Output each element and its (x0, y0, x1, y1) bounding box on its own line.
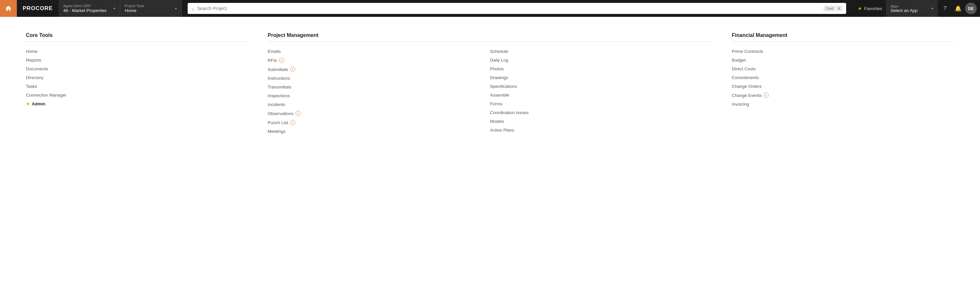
plus-icon[interactable]: + (296, 111, 301, 116)
project-management-columns: EmailsRFIs +Submittals +InstructionsTran… (268, 47, 712, 136)
star-icon: ★ (858, 6, 862, 11)
project-tools-selector[interactable]: Project Tools Home ▾ (120, 0, 182, 17)
plus-icon[interactable]: + (764, 93, 769, 98)
user-avatar[interactable]: DE (965, 3, 977, 14)
pm-col1-item[interactable]: Observations + (268, 109, 490, 118)
erp-label: Agave Demo ERP (63, 4, 111, 8)
menu-item-label: Budget (732, 58, 746, 62)
search-bar[interactable]: ⌕ Cmd K (188, 3, 846, 14)
menu-item-label: Action Plans (490, 128, 514, 132)
menu-item-label: Photos (490, 67, 504, 71)
financial-item[interactable]: Prime Contracts (732, 47, 954, 56)
menu-item-label: Commitments (732, 75, 759, 80)
pm-col1-item[interactable]: Inspections (268, 91, 490, 100)
pm-col2-item[interactable]: Coordination Issues (490, 108, 712, 117)
top-navigation: PROCORE Agave Demo ERP 46 - Market Prope… (0, 0, 980, 17)
core-tools-item[interactable]: Tasks (26, 82, 248, 91)
menu-item-label: Reports (26, 58, 41, 62)
pm-col1-item[interactable]: Instructions (268, 74, 490, 83)
pm-col2-item[interactable]: Schedule (490, 47, 712, 56)
project-tools-value: Home (125, 8, 172, 13)
pm-col1-item[interactable]: Emails (268, 47, 490, 56)
plus-icon[interactable]: + (290, 67, 295, 72)
menu-item-label: Observations (268, 111, 294, 116)
apps-selector[interactable]: Apps Select an App ▾ (886, 0, 938, 17)
financial-item[interactable]: Invoicing (732, 100, 954, 108)
pm-col2-item[interactable]: Drawings (490, 73, 712, 82)
financial-item[interactable]: Commitments (732, 73, 954, 82)
project-management-section: Project Management EmailsRFIs +Submittal… (268, 32, 732, 136)
menu-item-label: Tasks (26, 84, 37, 89)
menu-item-label: Connection Manager (26, 93, 67, 97)
financial-item[interactable]: Change Orders (732, 82, 954, 91)
menu-item-label: Models (490, 119, 504, 124)
home-icon (5, 5, 12, 12)
pm-col2-item[interactable]: Specifications (490, 82, 712, 91)
apps-chevron-icon: ▾ (931, 6, 933, 11)
help-button[interactable]: ? (939, 3, 951, 14)
menu-item-label: Emails (268, 49, 281, 54)
apps-value: Select an App (891, 8, 929, 13)
erp-selector[interactable]: Agave Demo ERP 46 - Market Properties ▾ (59, 0, 120, 17)
menu-item-label: Drawings (490, 75, 508, 80)
menu-item-label: Submittals (268, 67, 288, 72)
core-tools-item[interactable]: Directory (26, 73, 248, 82)
menu-item-label: Invoicing (732, 102, 749, 106)
project-tools-label: Project Tools (125, 4, 172, 8)
financial-management-list: Prime ContractsBudgetDirect CostsCommitm… (732, 47, 954, 108)
pm-col2-item[interactable]: Models (490, 117, 712, 126)
pm-col1-item[interactable]: Submittals + (268, 65, 490, 74)
menu-item-label: Documents (26, 67, 48, 71)
menu-item-label: Directory (26, 75, 43, 80)
home-button[interactable] (0, 0, 17, 17)
menu-item-label: Instructions (268, 76, 290, 81)
financial-item[interactable]: Change Events + (732, 91, 954, 100)
pm-col1-item[interactable]: RFIs + (268, 56, 490, 65)
k-key: K (836, 6, 842, 11)
pm-col1-item[interactable]: Meetings (268, 127, 490, 136)
plus-icon[interactable]: + (279, 58, 284, 63)
nav-right-actions: ★ Favorites Apps Select an App ▾ ? 🔔 DE (852, 0, 980, 17)
financial-management-title: Financial Management (732, 32, 954, 42)
menu-item-label: Punch List (268, 120, 288, 125)
menu-item-label: Inspections (268, 93, 290, 98)
pm-col2-item[interactable]: Assemble (490, 91, 712, 100)
menu-item-label: Change Orders (732, 84, 762, 89)
core-tools-item[interactable]: Home (26, 47, 248, 56)
core-tools-item[interactable]: ★Admin (26, 100, 248, 108)
menu-item-label: Coordination Issues (490, 110, 528, 115)
erp-value: 46 - Market Properties (63, 8, 111, 13)
core-tools-item[interactable]: Connection Manager (26, 91, 248, 100)
logo-text: PROCORE (23, 5, 53, 12)
main-content: Core Tools HomeReportsDocumentsDirectory… (0, 17, 980, 151)
core-tools-item[interactable]: Documents (26, 65, 248, 73)
core-tools-item[interactable]: Reports (26, 56, 248, 65)
menu-item-label: Incidents (268, 102, 285, 107)
pm-col1-item[interactable]: Punch List + (268, 118, 490, 127)
financial-item[interactable]: Budget (732, 56, 954, 65)
apps-label: Apps (891, 4, 929, 8)
pm-col2-item[interactable]: Action Plans (490, 126, 712, 135)
core-tools-section: Core Tools HomeReportsDocumentsDirectory… (26, 32, 268, 136)
pm-col1-item[interactable]: Transmittals (268, 83, 490, 91)
pm-col2-item[interactable]: Daily Log (490, 56, 712, 65)
menu-item-label: Forms (490, 102, 502, 106)
financial-item[interactable]: Direct Costs (732, 65, 954, 73)
pm-col2-item[interactable]: Forms (490, 100, 712, 108)
plus-icon[interactable]: + (290, 120, 295, 125)
erp-chevron-icon: ▾ (113, 6, 115, 11)
menu-item-label: Admin (32, 102, 45, 106)
notifications-button[interactable]: 🔔 (952, 3, 964, 14)
menu-item-label: Home (26, 49, 38, 54)
project-management-title: Project Management (268, 32, 712, 42)
menu-item-label: Specifications (490, 84, 517, 89)
search-input[interactable] (197, 6, 824, 11)
core-tools-title: Core Tools (26, 32, 248, 42)
menu-item-label: Schedule (490, 49, 508, 54)
project-management-col2: ScheduleDaily LogPhotosDrawingsSpecifica… (490, 47, 712, 136)
pm-col2-item[interactable]: Photos (490, 65, 712, 73)
logo-area: PROCORE (17, 5, 59, 12)
pm-col1-item[interactable]: Incidents (268, 100, 490, 109)
favorites-button[interactable]: ★ Favorites (855, 6, 885, 11)
menu-item-label: RFIs (268, 58, 277, 63)
